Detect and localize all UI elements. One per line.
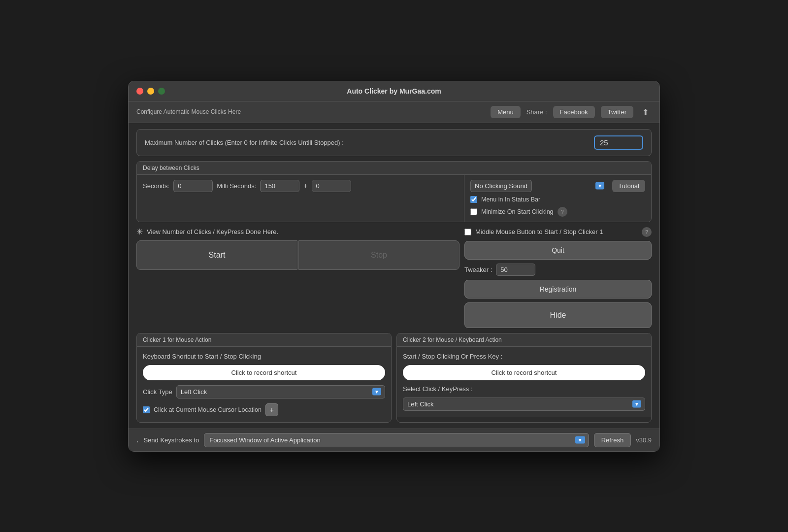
view-clicks-row: ✳ View Number of Clicks / KeyPress Done …	[136, 227, 460, 236]
view-clicks-label: View Number of Clicks / KeyPress Done He…	[147, 228, 278, 235]
seconds-label: Seconds:	[143, 182, 169, 190]
delay-right: No Clicking Sound Tutorial Menu in In St…	[464, 175, 651, 222]
minimize-checkbox[interactable]	[470, 208, 477, 215]
twitter-button[interactable]: Twitter	[601, 106, 633, 118]
click-type-select[interactable]: Left Click	[176, 385, 385, 399]
extra-ms-input[interactable]	[312, 180, 351, 192]
share-icon[interactable]: ⬆	[639, 105, 652, 119]
send-label: Send Keystrokes to	[143, 436, 199, 444]
tweaker-input[interactable]	[496, 264, 535, 276]
middle-mouse-row: Middle Mouse Button to Start / Stop Clic…	[464, 227, 652, 237]
ms-label: Milli Seconds:	[217, 182, 256, 190]
clicker1-box: Clicker 1 for Mouse Action Keyboard Shor…	[136, 333, 392, 423]
max-clicks-row: Maximum Number of Clicks (Enter 0 for In…	[136, 129, 652, 156]
location-row: Click at Current Mouse Cursor Location +	[143, 403, 385, 416]
status-bar-label: Menu in In Status Bar	[481, 196, 540, 203]
tweaker-label: Tweaker :	[464, 266, 492, 273]
status-bar-row: Menu in In Status Bar	[470, 196, 645, 203]
clicker2-box: Clicker 2 for Mouse / Keyboard Action St…	[396, 333, 652, 423]
click-type-label: Click Type	[143, 388, 172, 396]
tweaker-row: Tweaker :	[464, 264, 652, 276]
middle-section: ✳ View Number of Clicks / KeyPress Done …	[136, 227, 652, 328]
minimize-help-icon[interactable]: ?	[558, 207, 567, 217]
start-button[interactable]: Start	[136, 240, 297, 270]
ms-input[interactable]	[260, 180, 299, 192]
seconds-input[interactable]	[173, 180, 213, 192]
click-type-row: Click Type Left Click	[143, 385, 385, 399]
spinner-icon: ✳	[136, 227, 143, 236]
titlebar: Auto Clicker by MurGaa.com	[129, 81, 659, 101]
main-window: Auto Clicker by MurGaa.com Configure Aut…	[128, 81, 660, 452]
fullscreen-button[interactable]	[158, 88, 165, 95]
sound-row: No Clicking Sound Tutorial	[470, 180, 645, 192]
max-clicks-label: Maximum Number of Clicks (Enter 0 for In…	[145, 139, 589, 146]
delay-header: Delay between Clicks	[137, 162, 651, 175]
clicker1-shortcut-label: Keyboard Shortcut to Start / Stop Clicki…	[143, 353, 385, 360]
share-label: Share :	[526, 108, 547, 116]
clicker2-body: Start / Stop Clicking Or Press Key : Cli…	[397, 347, 651, 417]
plus-sign: +	[303, 182, 307, 190]
quit-button[interactable]: Quit	[464, 241, 652, 260]
clicker1-body: Keyboard Shortcut to Start / Stop Clicki…	[137, 347, 391, 422]
click-type-select-wrapper: Left Click	[176, 385, 385, 399]
window-title: Auto Clicker by MurGaa.com	[347, 87, 441, 95]
traffic-lights	[136, 88, 165, 95]
sound-select-wrapper: No Clicking Sound	[470, 180, 608, 192]
start-stop-buttons: Start Stop	[136, 240, 460, 270]
tutorial-button[interactable]: Tutorial	[612, 180, 645, 192]
registration-button[interactable]: Registration	[464, 280, 652, 299]
sound-select[interactable]: No Clicking Sound	[470, 180, 532, 192]
clicker2-select-label: Select Click / KeyPress :	[403, 385, 645, 393]
location-label: Click at Current Mouse Cursor Location	[154, 406, 262, 413]
facebook-button[interactable]: Facebook	[553, 106, 595, 118]
clicker2-header: Clicker 2 for Mouse / Keyboard Action	[397, 333, 651, 347]
bottom-bar: . Send Keystrokes to Focussed Window of …	[129, 429, 659, 451]
clicker2-select-wrapper: Left Click	[403, 398, 645, 411]
middle-mouse-checkbox[interactable]	[464, 229, 471, 235]
max-clicks-input[interactable]	[594, 135, 643, 150]
delay-left: Seconds: Milli Seconds: +	[137, 175, 464, 222]
refresh-button[interactable]: Refresh	[594, 433, 631, 447]
left-panel: ✳ View Number of Clicks / KeyPress Done …	[136, 227, 460, 270]
content-area: Maximum Number of Clicks (Enter 0 for In…	[129, 123, 659, 429]
minimize-label: Minimize On Start Clicking	[481, 208, 554, 215]
hide-button[interactable]: Hide	[464, 302, 652, 328]
clicker1-header: Clicker 1 for Mouse Action	[137, 333, 391, 347]
clicker-row: Clicker 1 for Mouse Action Keyboard Shor…	[136, 333, 652, 423]
send-select-wrapper: Focussed Window of Active Application	[204, 433, 589, 447]
toolbar: Configure Automatic Mouse Clicks Here Me…	[129, 101, 659, 123]
status-bar-checkbox[interactable]	[470, 196, 477, 203]
delay-body: Seconds: Milli Seconds: + No Clicking So…	[137, 175, 651, 222]
middle-mouse-label: Middle Mouse Button to Start / Stop Clic…	[475, 228, 638, 235]
close-button[interactable]	[136, 88, 143, 95]
location-plus-button[interactable]: +	[265, 403, 278, 416]
middle-mouse-help-icon[interactable]: ?	[642, 227, 652, 237]
minimize-button[interactable]	[147, 88, 154, 95]
clicker2-select[interactable]: Left Click	[403, 398, 645, 411]
config-label: Configure Automatic Mouse Clicks Here	[136, 108, 485, 115]
clicker1-shortcut-button[interactable]: Click to record shortcut	[143, 365, 385, 380]
right-panel: Middle Mouse Button to Start / Stop Clic…	[464, 227, 652, 328]
minimize-row: Minimize On Start Clicking ?	[470, 207, 645, 217]
dot: .	[136, 435, 138, 444]
clicker2-shortcut-button[interactable]: Click to record shortcut	[403, 365, 645, 380]
stop-button[interactable]: Stop	[298, 240, 460, 270]
clicker2-shortcut-label: Start / Stop Clicking Or Press Key :	[403, 353, 645, 360]
send-select[interactable]: Focussed Window of Active Application	[204, 433, 589, 447]
location-checkbox[interactable]	[143, 406, 150, 413]
menu-button[interactable]: Menu	[491, 106, 521, 118]
delay-inputs: Seconds: Milli Seconds: +	[143, 180, 458, 192]
version-label: v30.9	[636, 436, 652, 444]
delay-section: Delay between Clicks Seconds: Milli Seco…	[136, 161, 652, 222]
